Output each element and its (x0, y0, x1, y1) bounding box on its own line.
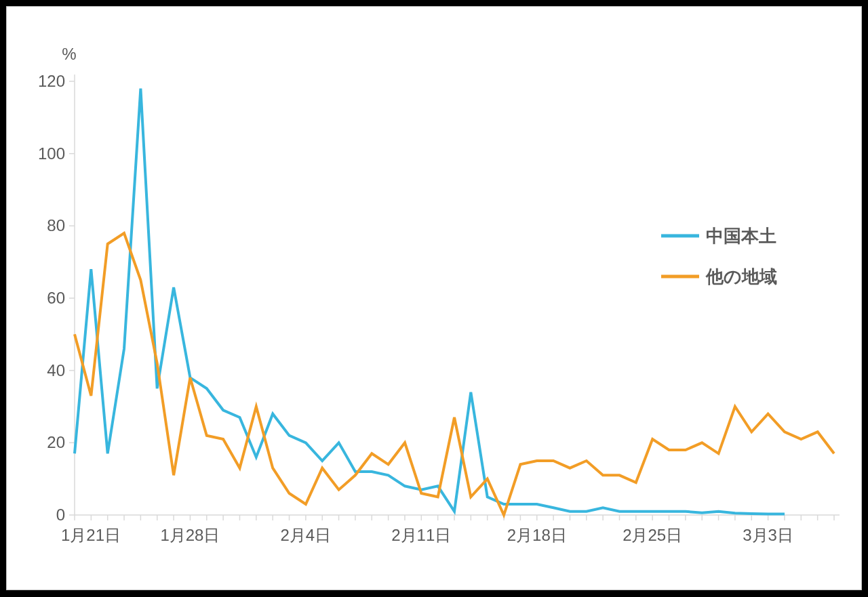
x-tick-label: 2月25日 (623, 526, 682, 544)
x-tick-label: 2月4日 (281, 526, 332, 544)
legend-label: 他の地域 (705, 266, 777, 287)
y-tick-label: 60 (47, 289, 65, 307)
y-tick-label: 100 (38, 144, 65, 163)
y-axis-unit: % (62, 45, 76, 63)
y-tick-label: 80 (47, 216, 65, 234)
y-tick-label: 0 (56, 506, 65, 524)
x-tick-label: 1月28日 (160, 526, 220, 544)
x-tick-label: 3月3日 (743, 526, 793, 544)
legend-label: 中国本土 (706, 226, 776, 246)
chart-frame: 0204060801001201月21日1月28日2月4日2月11日2月18日2… (6, 6, 862, 590)
y-tick-label: 40 (47, 361, 65, 379)
y-tick-label: 120 (38, 72, 65, 90)
x-tick-label: 2月18日 (507, 526, 567, 544)
chart-container: 0204060801001201月21日1月28日2月4日2月11日2月18日2… (0, 0, 868, 597)
line-chart: 0204060801001201月21日1月28日2月4日2月11日2月18日2… (7, 7, 861, 590)
x-tick-label: 2月11日 (391, 526, 451, 544)
x-tick-label: 1月21日 (61, 526, 121, 544)
y-tick-label: 20 (47, 433, 65, 451)
